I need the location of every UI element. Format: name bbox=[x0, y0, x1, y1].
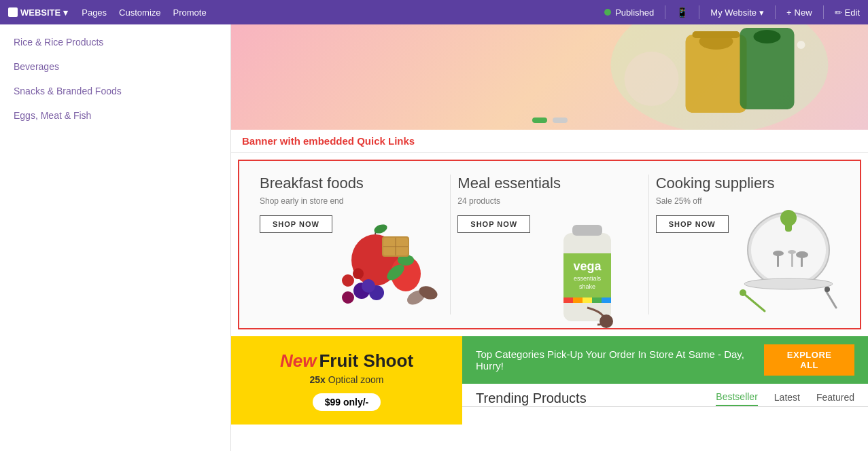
main-area: Rice & Rice Products Beverages Snacks & … bbox=[0, 24, 868, 451]
svg-text:shake: shake bbox=[579, 283, 595, 290]
tab-bestseller[interactable]: Bestseller bbox=[716, 391, 757, 406]
edit-label: Edit bbox=[845, 7, 860, 18]
tab-latest[interactable]: Latest bbox=[774, 392, 800, 405]
edit-pencil-icon: ✏ bbox=[835, 7, 842, 18]
cooking-title: Cooking suppliers bbox=[656, 175, 775, 192]
svg-rect-34 bbox=[592, 297, 602, 303]
meal-title: Meal essentials bbox=[457, 175, 561, 192]
nav-pages[interactable]: Pages bbox=[82, 7, 107, 18]
breakfast-shop-now-btn[interactable]: SHOP NOW bbox=[260, 215, 332, 233]
sidebar-menu: Rice & Rice Products Beverages Snacks & … bbox=[0, 24, 230, 133]
nav-links: Pages Customize Promote bbox=[82, 7, 604, 18]
nav-right: Published 📱 My Website ▾ + New ✏ Edit bbox=[604, 5, 860, 19]
bottom-strip: NewFruit Shoot 25x Optical zoom $99 only… bbox=[231, 336, 868, 425]
nav-promote[interactable]: Promote bbox=[173, 7, 207, 18]
svg-rect-36 bbox=[572, 225, 602, 236]
svg-point-5 bbox=[754, 30, 781, 43]
banner-quick-links-label: Banner with embedded Quick Links bbox=[231, 130, 868, 153]
breakfast-title: Breakfast foods bbox=[260, 175, 364, 192]
svg-rect-35 bbox=[602, 297, 611, 303]
green-banner-text: Top Categories Pick-Up Your Order In Sto… bbox=[476, 348, 764, 372]
published-indicator bbox=[604, 9, 611, 16]
new-btn[interactable]: + New bbox=[786, 7, 812, 18]
trending-tabs: Bestseller Latest Featured bbox=[716, 391, 854, 406]
brand-label: WEBSITE bbox=[20, 7, 60, 18]
edit-btn[interactable]: ✏ Edit bbox=[835, 7, 860, 18]
category-meal: Meal essentials 24 products SHOP NOW veg… bbox=[451, 175, 648, 314]
promo-new-label: New bbox=[280, 350, 316, 371]
cooking-image bbox=[724, 192, 846, 321]
tab-featured[interactable]: Featured bbox=[816, 392, 854, 405]
promo-title: NewFruit Shoot bbox=[280, 350, 413, 372]
meal-desc: 24 products bbox=[457, 196, 500, 206]
svg-rect-32 bbox=[573, 297, 583, 303]
trending-title: Trending Products bbox=[476, 391, 716, 406]
svg-point-37 bbox=[600, 314, 613, 328]
svg-point-52 bbox=[824, 287, 830, 292]
nav-separator-3 bbox=[775, 5, 776, 19]
hero-banner-decoration bbox=[231, 24, 868, 130]
svg-rect-47 bbox=[801, 255, 803, 267]
svg-rect-31 bbox=[563, 297, 573, 303]
svg-point-6 bbox=[797, 41, 805, 49]
svg-rect-33 bbox=[583, 297, 592, 303]
right-promo-area: Top Categories Pick-Up Your Order In Sto… bbox=[462, 336, 868, 425]
svg-text:essentials: essentials bbox=[574, 275, 602, 282]
cooking-shop-now-btn[interactable]: SHOP NOW bbox=[656, 215, 729, 233]
sidebar: Rice & Rice Products Beverages Snacks & … bbox=[0, 24, 231, 451]
meal-shop-now-btn[interactable]: SHOP NOW bbox=[457, 215, 530, 233]
promo-subtitle: 25x Optical zoom bbox=[310, 374, 384, 385]
new-label: New bbox=[795, 7, 812, 18]
published-badge: Published bbox=[604, 7, 654, 18]
green-banner: Top Categories Pick-Up Your Order In Sto… bbox=[462, 336, 868, 384]
svg-point-23 bbox=[353, 268, 364, 279]
nav-separator-4 bbox=[823, 5, 824, 19]
svg-rect-43 bbox=[777, 253, 779, 267]
yellow-promo: NewFruit Shoot 25x Optical zoom $99 only… bbox=[231, 336, 462, 425]
svg-line-49 bbox=[744, 294, 765, 311]
hero-banner bbox=[231, 24, 868, 130]
published-label: Published bbox=[615, 7, 654, 18]
svg-rect-41 bbox=[785, 218, 792, 232]
top-nav: WEBSITE ▾ Pages Customize Promote Publis… bbox=[0, 0, 868, 24]
sidebar-item-rice[interactable]: Rice & Rice Products bbox=[0, 30, 230, 54]
promo-price: $99 only/- bbox=[313, 393, 381, 411]
svg-point-15 bbox=[362, 279, 375, 293]
svg-text:vega: vega bbox=[573, 259, 602, 273]
cooking-desc: Sale 25% off bbox=[656, 196, 702, 206]
svg-point-50 bbox=[740, 289, 746, 296]
nav-separator-1 bbox=[665, 5, 665, 19]
svg-point-7 bbox=[625, 52, 679, 106]
website-icon bbox=[8, 7, 18, 17]
explore-all-btn[interactable]: EXPLORE ALL bbox=[764, 344, 854, 376]
trending-section: Trending Products Bestseller Latest Feat… bbox=[462, 384, 868, 407]
website-brand[interactable]: WEBSITE ▾ bbox=[8, 7, 68, 18]
my-website-label: My Website bbox=[710, 7, 757, 18]
my-website-btn[interactable]: My Website ▾ bbox=[710, 7, 764, 18]
svg-point-48 bbox=[744, 278, 833, 289]
slider-dots bbox=[532, 118, 568, 123]
mobile-icon[interactable]: 📱 bbox=[676, 7, 688, 18]
svg-point-24 bbox=[342, 291, 354, 304]
content-area: Banner with embedded Quick Links Breakfa… bbox=[231, 24, 868, 451]
svg-rect-3 bbox=[693, 31, 740, 38]
nav-separator-2 bbox=[699, 5, 699, 19]
brand-dropdown-icon: ▾ bbox=[63, 7, 68, 18]
category-breakfast: Breakfast foods Shop early in store end … bbox=[253, 175, 451, 314]
slider-dot-2[interactable] bbox=[553, 118, 568, 123]
slider-dot-1[interactable] bbox=[532, 118, 547, 123]
category-cooking: Cooking suppliers Sale 25% off SHOP NOW bbox=[649, 175, 846, 314]
breakfast-image bbox=[328, 192, 450, 321]
new-icon: + bbox=[786, 7, 792, 18]
sidebar-item-beverages[interactable]: Beverages bbox=[0, 54, 230, 79]
meal-image: vega essentials shake bbox=[526, 192, 648, 321]
svg-line-51 bbox=[826, 291, 836, 308]
sidebar-item-eggs[interactable]: Eggs, Meat & Fish bbox=[0, 103, 230, 128]
nav-customize[interactable]: Customize bbox=[119, 7, 160, 18]
sidebar-item-snacks[interactable]: Snacks & Branded Foods bbox=[0, 79, 230, 103]
categories-section: Breakfast foods Shop early in store end … bbox=[238, 160, 861, 329]
svg-rect-45 bbox=[791, 252, 793, 267]
my-website-dropdown-icon: ▾ bbox=[759, 7, 764, 18]
svg-point-22 bbox=[342, 274, 354, 287]
